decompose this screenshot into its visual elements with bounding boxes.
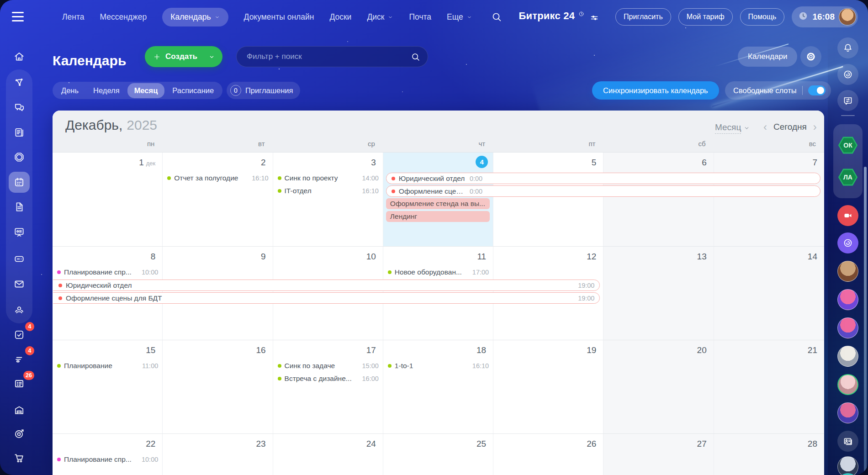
day-cell-13[interactable]: 13: [603, 247, 714, 340]
event-Оформление стенда на вы...[interactable]: Оформление стенда на вы...: [386, 198, 490, 209]
day-cell-17[interactable]: 17: [273, 340, 383, 433]
day-cell-28[interactable]: 28: [714, 434, 824, 475]
sidebar-item-mail[interactable]: [9, 274, 30, 295]
sidebar-item-shop[interactable]: [9, 447, 30, 468]
event-1-to-1[interactable]: 1-to-116:10: [388, 360, 489, 371]
tab-Месяц[interactable]: Месяц: [127, 83, 165, 98]
topbar-button-Пригласить[interactable]: Пригласить: [615, 8, 671, 26]
free-slots-toggle[interactable]: [808, 85, 826, 95]
day-cell-26[interactable]: 26: [493, 434, 603, 475]
day-cell-6[interactable]: 6: [603, 153, 714, 246]
day-cell-5[interactable]: 5: [493, 153, 603, 246]
day-cell-16[interactable]: 16: [163, 340, 273, 433]
participant-avatar[interactable]: [837, 289, 858, 310]
chat-transfer-icon[interactable]: [837, 90, 858, 111]
nav-item-Лента[interactable]: Лента: [62, 12, 84, 22]
tab-Расписание[interactable]: Расписание: [165, 83, 221, 98]
participant-avatar[interactable]: [837, 456, 858, 475]
sidebar-item-messenger[interactable]: [9, 97, 30, 118]
participant-avatar[interactable]: [837, 317, 858, 338]
sidebar-item-crm[interactable]: 26: [9, 373, 30, 394]
sidebar-item-home[interactable]: [9, 46, 30, 67]
sidebar-item-tasks[interactable]: 4: [9, 324, 30, 345]
day-cell-21[interactable]: 21: [714, 340, 824, 433]
nav-item-Календарь[interactable]: Календарь: [162, 8, 228, 26]
event-Юридический отдел[interactable]: Юридический отдел19:00: [53, 280, 600, 291]
sidebar-item-pulse[interactable]: 4: [9, 348, 30, 369]
prev-month-arrow[interactable]: ‹: [763, 121, 767, 132]
sidebar-item-drive[interactable]: [9, 248, 30, 269]
event-Юридический отдел[interactable]: Юридический отдел0:00: [386, 173, 820, 184]
sidebar-item-news[interactable]: [9, 122, 30, 143]
participant-avatar[interactable]: [837, 261, 858, 282]
topbar-button-Мой тариф[interactable]: Мой тариф: [678, 8, 733, 26]
event-Новое оборудован...[interactable]: Новое оборудован...17:00: [388, 267, 489, 278]
sidebar-item-warehouse[interactable]: [9, 400, 30, 421]
day-cell-14[interactable]: 14: [714, 247, 824, 340]
sidebar-item-marketing[interactable]: [9, 423, 30, 444]
event-Оформление сцены ...[interactable]: Оформление сцены ...0:00: [386, 185, 820, 197]
event-Лендинг[interactable]: Лендинг: [386, 211, 490, 222]
tab-День[interactable]: День: [54, 83, 85, 98]
event-Синк по задаче[interactable]: Синк по задаче15:00: [278, 360, 379, 371]
right-edge-scrollbar[interactable]: [864, 167, 867, 471]
day-cell-24[interactable]: 24: [273, 434, 383, 475]
event-Планирование спр...[interactable]: Планирование спр...10:00: [57, 454, 158, 465]
sidebar-item-company[interactable]: [9, 299, 30, 320]
day-cell-27[interactable]: 27: [603, 434, 714, 475]
participant-avatar[interactable]: [837, 346, 858, 367]
event-Синк по проекту[interactable]: Синк по проекту14:00: [278, 173, 379, 184]
gear-icon[interactable]: [800, 46, 821, 67]
notifications-bell-icon[interactable]: [837, 37, 858, 58]
day-cell-1[interactable]: 1дек: [53, 153, 163, 246]
nav-item-Документы онлайн[interactable]: Документы онлайн: [244, 12, 314, 22]
create-button[interactable]: Создать: [145, 46, 222, 67]
sync-calendar-button[interactable]: Синхронизировать календарь: [592, 81, 719, 100]
filter-search-input[interactable]: [246, 52, 411, 62]
today-button[interactable]: Сегодня: [773, 122, 807, 132]
event-IT-отдел[interactable]: IT-отдел16:10: [278, 185, 379, 196]
nav-item-Почта[interactable]: Почта: [409, 12, 431, 22]
calendars-button[interactable]: Календари: [738, 47, 797, 67]
sync-swirl-icon[interactable]: [837, 232, 858, 253]
day-cell-15[interactable]: 15: [53, 340, 163, 433]
next-month-arrow[interactable]: ›: [813, 121, 817, 132]
view-mode-dropdown[interactable]: Месяц: [715, 122, 750, 134]
chevron-down-icon[interactable]: [208, 53, 215, 60]
sidebar-item-flows[interactable]: [9, 72, 30, 93]
user-avatar[interactable]: [839, 8, 856, 26]
nav-item-Еще[interactable]: Еще: [447, 12, 472, 22]
day-cell-3[interactable]: 3: [273, 153, 383, 246]
tab-Неделя[interactable]: Неделя: [86, 83, 127, 98]
event-Планирование[interactable]: Планирование11:00: [57, 360, 158, 371]
day-cell-7[interactable]: 7: [714, 153, 824, 246]
copilot-icon[interactable]: [837, 64, 858, 85]
search-icon[interactable]: [491, 11, 502, 22]
day-cell-23[interactable]: 23: [163, 434, 273, 475]
sidebar-item-sign[interactable]: [9, 147, 30, 168]
contact-card-icon[interactable]: [837, 431, 858, 452]
event-Встреча с дизайне...[interactable]: Встреча с дизайне...16:00: [278, 373, 379, 384]
sidebar-item-calendar[interactable]: [9, 172, 30, 193]
day-cell-25[interactable]: 25: [383, 434, 493, 475]
nav-item-Доски[interactable]: Доски: [329, 12, 351, 22]
day-cell-2[interactable]: 2: [163, 153, 273, 246]
topbar-button-Помощь[interactable]: Помощь: [740, 8, 785, 26]
event-Оформление сцены для БДТ[interactable]: Оформление сцены для БДТ19:00: [53, 292, 600, 304]
hamburger-menu-icon[interactable]: [12, 12, 24, 21]
sidebar-item-docs[interactable]: [9, 196, 30, 217]
day-cell-20[interactable]: 20: [603, 340, 714, 433]
nav-item-Мессенджер[interactable]: Мессенджер: [100, 12, 147, 22]
search-icon[interactable]: [411, 52, 420, 62]
participant-avatar[interactable]: [837, 402, 858, 423]
event-Планирование спр...[interactable]: Планирование спр...10:00: [57, 267, 158, 278]
participant-avatar[interactable]: [837, 374, 858, 395]
day-cell-18[interactable]: 18: [383, 340, 493, 433]
video-call-button[interactable]: [837, 205, 858, 226]
nav-item-Диск[interactable]: Диск: [367, 12, 393, 22]
time-pill[interactable]: 16:08: [792, 6, 858, 27]
sidebar-item-boards[interactable]: [9, 222, 30, 243]
invites-tab[interactable]: 0 Приглашения: [227, 82, 300, 99]
event-Отчет за полугодие[interactable]: Отчет за полугодие16:10: [167, 173, 268, 184]
sliders-icon[interactable]: [590, 13, 599, 24]
